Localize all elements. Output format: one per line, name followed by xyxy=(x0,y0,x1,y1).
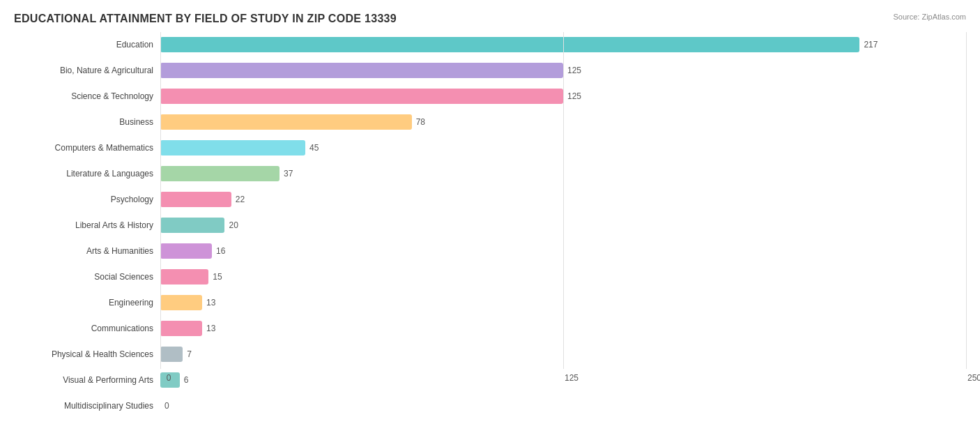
bar-wrapper: 13 xyxy=(160,295,966,310)
bar-value: 13 xyxy=(206,298,215,308)
bar-label: Multidisciplinary Studies xyxy=(14,401,160,411)
bar-row: Multidisciplinary Studies0 xyxy=(14,393,966,418)
bar-label: Bio, Nature & Agricultural xyxy=(14,66,160,75)
bar-wrapper: 217 xyxy=(160,37,966,52)
bar-value: 125 xyxy=(567,91,581,101)
bar-row: Psychology22 xyxy=(14,187,966,211)
bar xyxy=(160,63,563,78)
chart-area: Education217Bio, Nature & Agricultural12… xyxy=(14,32,966,390)
bar-value: 37 xyxy=(284,169,293,179)
bar-wrapper: 22 xyxy=(160,192,966,207)
bar-label: Education xyxy=(14,40,160,50)
bar-value: 22 xyxy=(236,195,245,204)
bar-label: Engineering xyxy=(14,298,160,308)
bar-row: Liberal Arts & History20 xyxy=(14,213,966,237)
bar-label: Science & Technology xyxy=(14,91,160,101)
bar-wrapper: 37 xyxy=(160,166,966,181)
bar-row: Communications13 xyxy=(14,316,966,340)
bar xyxy=(160,269,208,285)
x-tick: 0 xyxy=(155,373,183,383)
bar-row: Business78 xyxy=(14,109,966,134)
bar-wrapper: 15 xyxy=(160,269,966,285)
bar-wrapper: 0 xyxy=(160,398,966,414)
bar-label: Arts & Humanities xyxy=(14,246,160,256)
bars-section: Education217Bio, Nature & Agricultural12… xyxy=(14,32,966,369)
bar-label: Communications xyxy=(14,324,160,333)
bar xyxy=(160,89,563,104)
grid-line xyxy=(966,32,967,369)
bar-label: Computers & Mathematics xyxy=(14,143,160,153)
bar xyxy=(160,218,224,233)
bar-value: 0 xyxy=(164,401,169,411)
bar xyxy=(160,166,280,181)
bar-wrapper: 45 xyxy=(160,140,966,155)
bar-wrapper: 20 xyxy=(160,218,966,233)
bar-value: 15 xyxy=(213,272,222,282)
bar-value: 16 xyxy=(216,246,225,256)
bar-value: 20 xyxy=(229,220,238,230)
x-tick: 250 xyxy=(960,373,980,383)
bar-value: 7 xyxy=(187,349,192,359)
chart-container: EDUCATIONAL ATTAINMENT BY FIELD OF STUDY… xyxy=(0,0,980,440)
bar-row: Bio, Nature & Agricultural125 xyxy=(14,58,966,82)
bar-row: Education217 xyxy=(14,32,966,56)
bar-value: 13 xyxy=(206,324,215,333)
bar-value: 6 xyxy=(184,375,189,385)
chart-title: EDUCATIONAL ATTAINMENT BY FIELD OF STUDY… xyxy=(14,13,966,25)
bar-label: Social Sciences xyxy=(14,272,160,282)
bar xyxy=(160,243,212,259)
bar-label: Business xyxy=(14,117,160,127)
bar xyxy=(160,37,859,52)
bar xyxy=(160,192,231,207)
bar-label: Physical & Health Sciences xyxy=(14,349,160,359)
source-text: Source: ZipAtlas.com xyxy=(893,13,966,21)
bar-row: Engineering13 xyxy=(14,290,966,314)
bar-wrapper: 78 xyxy=(160,114,966,130)
bar xyxy=(160,321,202,336)
bar-value: 125 xyxy=(567,66,581,75)
bar xyxy=(160,140,305,155)
bar-label: Visual & Performing Arts xyxy=(14,375,160,385)
bar-value: 217 xyxy=(864,40,878,50)
bar-row: Literature & Languages37 xyxy=(14,161,966,185)
bar-wrapper: 13 xyxy=(160,321,966,336)
bar-label: Liberal Arts & History xyxy=(14,220,160,230)
bar xyxy=(160,114,412,130)
bar-wrapper: 7 xyxy=(160,347,966,362)
bar-label: Psychology xyxy=(14,195,160,204)
bar-row: Arts & Humanities16 xyxy=(14,238,966,263)
bar xyxy=(160,347,183,362)
bar-value: 45 xyxy=(309,143,319,153)
bar-wrapper: 16 xyxy=(160,243,966,259)
bar-wrapper: 125 xyxy=(160,89,966,104)
bar-value: 78 xyxy=(416,117,425,127)
bar xyxy=(160,295,202,310)
x-tick: 125 xyxy=(558,373,585,383)
bar-wrapper: 125 xyxy=(160,63,966,78)
bar-row: Science & Technology125 xyxy=(14,84,966,108)
bar-label: Literature & Languages xyxy=(14,169,160,179)
bar-row: Physical & Health Sciences7 xyxy=(14,342,966,366)
bar-row: Computers & Mathematics45 xyxy=(14,135,966,160)
bar-row: Social Sciences15 xyxy=(14,264,966,289)
